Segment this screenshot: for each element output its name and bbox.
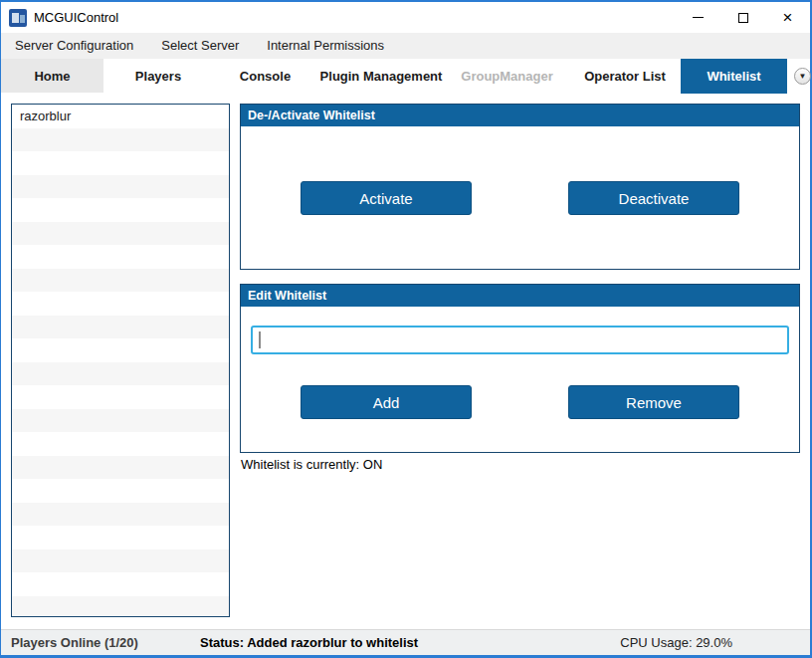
- app-window: MCGUIControl × Server Configuration Sele…: [0, 0, 812, 658]
- list-item[interactable]: [12, 385, 229, 409]
- maximize-button[interactable]: [720, 2, 765, 33]
- list-item[interactable]: [12, 549, 229, 573]
- close-icon: ×: [783, 9, 793, 26]
- menubar: Server Configuration Select Server Inter…: [1, 33, 810, 59]
- remove-button[interactable]: Remove: [568, 385, 739, 419]
- deactivate-button[interactable]: Deactivate: [568, 181, 739, 215]
- tabbar: Home Players Console Plugin Management G…: [1, 59, 810, 95]
- app-icon: [9, 9, 27, 27]
- whitelist-panel: De-/Activate Whitelist Activate Deactiva…: [240, 104, 800, 629]
- activate-group-header: De-/Activate Whitelist: [241, 105, 799, 126]
- list-item[interactable]: [12, 362, 229, 386]
- list-item[interactable]: [12, 479, 229, 503]
- statusbar: Players Online (1/20) Status: Added razo…: [1, 629, 810, 655]
- activate-group-body: Activate Deactivate: [241, 126, 799, 270]
- player-list: razorblur: [11, 104, 230, 617]
- maximize-icon: [738, 13, 748, 23]
- activate-whitelist-group: De-/Activate Whitelist Activate Deactiva…: [240, 104, 800, 270]
- list-item[interactable]: [12, 198, 229, 222]
- whitelist-input-wrap: [251, 326, 789, 354]
- status-message: Status: Added razorblur to whitelist: [200, 630, 418, 655]
- tab-console[interactable]: Console: [213, 59, 317, 93]
- minimize-button[interactable]: [676, 2, 720, 33]
- window-controls: ×: [676, 2, 810, 33]
- list-item[interactable]: [12, 432, 229, 456]
- menu-item-internal-permissions[interactable]: Internal Permissions: [257, 33, 394, 59]
- list-item[interactable]: [12, 292, 229, 316]
- edit-whitelist-group: Edit Whitelist Add Remove: [240, 284, 800, 453]
- minimize-icon: [693, 17, 704, 18]
- chevron-down-icon: ▼: [799, 72, 807, 80]
- tab-plugin-management[interactable]: Plugin Management: [317, 59, 445, 93]
- list-item[interactable]: [12, 456, 229, 480]
- close-button[interactable]: ×: [765, 2, 810, 33]
- tab-overflow-button[interactable]: ▼: [794, 68, 811, 85]
- window-title: MCGUIControl: [34, 10, 118, 25]
- edit-group-body: Add Remove: [241, 307, 799, 419]
- whitelist-name-input[interactable]: [251, 326, 789, 354]
- list-item[interactable]: [12, 222, 229, 246]
- whitelist-status-text: Whitelist is currently: ON: [241, 457, 800, 472]
- activate-button[interactable]: Activate: [301, 181, 472, 215]
- list-item[interactable]: [12, 316, 229, 339]
- tab-players[interactable]: Players: [103, 59, 213, 93]
- menu-item-server-configuration[interactable]: Server Configuration: [5, 33, 143, 59]
- add-button[interactable]: Add: [301, 385, 472, 419]
- list-item[interactable]: [12, 269, 229, 293]
- list-item[interactable]: [12, 151, 229, 175]
- text-caret: [259, 331, 261, 348]
- list-item[interactable]: [12, 128, 229, 152]
- players-online-label: Players Online (1/20): [11, 630, 138, 655]
- tab-whitelist[interactable]: Whitelist: [681, 59, 787, 94]
- edit-buttons-row: Add Remove: [251, 385, 789, 419]
- main-content: razorblur De-/Activate Whitelist Activat…: [1, 95, 810, 629]
- cpu-usage-label: CPU Usage: 29.0%: [620, 630, 732, 655]
- tab-home[interactable]: Home: [1, 59, 103, 93]
- tab-groupmanager: GroupManager: [445, 59, 569, 93]
- list-item[interactable]: razorblur: [12, 105, 229, 128]
- list-item[interactable]: [12, 409, 229, 433]
- titlebar: MCGUIControl ×: [1, 2, 810, 33]
- list-item[interactable]: [12, 175, 229, 199]
- tab-operator-list[interactable]: Operator List: [569, 59, 681, 93]
- list-item[interactable]: [12, 572, 229, 596]
- edit-group-header: Edit Whitelist: [241, 285, 799, 307]
- list-item[interactable]: [12, 503, 229, 527]
- list-item[interactable]: [12, 338, 229, 362]
- list-item[interactable]: [12, 245, 229, 269]
- menu-item-select-server[interactable]: Select Server: [151, 33, 249, 59]
- list-item[interactable]: [12, 526, 229, 549]
- list-item[interactable]: [12, 596, 229, 618]
